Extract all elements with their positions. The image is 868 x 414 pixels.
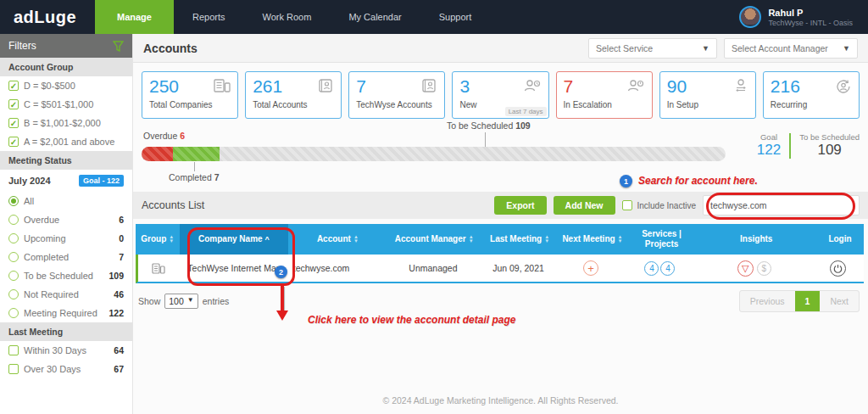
- checkbox-icon: [8, 364, 19, 374]
- radio-meeting-required[interactable]: Meeting Required 122: [0, 304, 132, 322]
- card-total-companies[interactable]: 250 Total Companies: [142, 71, 238, 119]
- user-subtitle: TechWyse - INTL - Oasis: [768, 19, 853, 27]
- count: 122: [108, 308, 124, 318]
- filter-within-30-days[interactable]: Within 30 Days 64: [0, 341, 132, 360]
- col-next-meeting[interactable]: Next Meeting▲▼: [558, 224, 627, 255]
- radio-label: Completed: [24, 252, 69, 262]
- radio-upcoming[interactable]: Upcoming 0: [0, 229, 132, 248]
- filter-label: Over 30 Days: [24, 364, 81, 374]
- radio-overdue[interactable]: Overdue 6: [0, 210, 132, 229]
- table-row[interactable]: TechWyse Internet Mar techwyse.com Unman…: [136, 255, 864, 283]
- nav-item-support[interactable]: Support: [420, 0, 491, 34]
- section-last-meeting: Last Meeting: [0, 322, 132, 341]
- checkbox-checked-icon: ✓: [8, 118, 19, 128]
- checkbox-icon: [8, 345, 19, 355]
- last-7-days-badge: Last 7 days: [505, 107, 547, 116]
- account-manager-cell: Unmanaged: [386, 261, 480, 275]
- tbs-pointer-line: [485, 132, 486, 147]
- filter-over-30-days[interactable]: Over 30 Days 67: [0, 360, 132, 378]
- select-account-manager-dropdown[interactable]: Select Account Manager ▼: [724, 38, 858, 59]
- col-group[interactable]: Group▲▼: [136, 224, 180, 255]
- count: 7: [119, 252, 124, 262]
- user-profile[interactable]: Rahul P TechWyse - INTL - Oasis: [739, 0, 868, 34]
- filters-sidebar: Filters Account Group ✓ D = $0-$500 ✓ C …: [0, 34, 133, 414]
- radio-to-be-scheduled[interactable]: To be Scheduled 109: [0, 266, 132, 285]
- chevron-down-icon: ▼: [187, 296, 194, 306]
- last-meeting-cell: Jun 09, 2021: [481, 261, 557, 275]
- stat-label: TechWyse Accounts: [356, 100, 437, 109]
- col-insights[interactable]: Insights: [696, 224, 816, 255]
- select-service-dropdown[interactable]: Select Service ▼: [588, 38, 717, 59]
- goal-badge: Goal - 122: [79, 175, 124, 187]
- person-clock-icon: [523, 78, 542, 93]
- trend-down-icon[interactable]: ▽: [737, 260, 754, 277]
- card-in-setup[interactable]: 90 In Setup: [659, 71, 756, 119]
- add-new-button[interactable]: Add New: [554, 196, 615, 215]
- col-account-manager[interactable]: Account Manager▲▼: [387, 224, 481, 255]
- annotation-step1-text: Search for account here.: [638, 175, 758, 187]
- entries-per-page-select[interactable]: 100▼: [164, 294, 198, 309]
- power-login-icon[interactable]: [830, 260, 846, 277]
- radio-label: Overdue: [24, 215, 59, 225]
- filter-group-d[interactable]: ✓ D = $0-$500: [0, 76, 132, 95]
- card-recurring[interactable]: 216 Recurring: [763, 71, 860, 119]
- account-cell[interactable]: techwyse.com: [288, 261, 387, 275]
- col-services-projects[interactable]: Services | Projects: [627, 224, 697, 255]
- filter-group-b[interactable]: ✓ B = $1,001-$2,000: [0, 114, 132, 132]
- overdue-label: Overdue 6: [143, 131, 185, 141]
- filter-group-a[interactable]: ✓ A = $2,001 and above: [0, 132, 132, 151]
- include-inactive-label: Include Inactive: [637, 201, 697, 210]
- annotation-step2-text: Click here to view the acconunt detail p…: [308, 314, 515, 326]
- main-content: Accounts Select Service ▼ Select Account…: [133, 34, 868, 414]
- page-1-button[interactable]: 1: [795, 291, 821, 311]
- filter-funnel-icon[interactable]: [113, 41, 124, 52]
- filter-label: Within 30 Days: [24, 345, 86, 355]
- services-count-badge[interactable]: 4: [644, 261, 659, 276]
- companies-icon: [214, 78, 231, 93]
- col-account[interactable]: Account▲▼: [288, 224, 387, 255]
- col-company-name[interactable]: Company Name^: [180, 224, 289, 255]
- select-account-manager-value: Select Account Manager: [732, 43, 828, 53]
- radio-all[interactable]: All: [0, 192, 132, 210]
- login-cell: [814, 259, 861, 278]
- nav-item-reports[interactable]: Reports: [174, 0, 244, 34]
- accounts-list-title: Accounts List: [142, 199, 487, 211]
- company-name-cell[interactable]: TechWyse Internet Mar: [179, 261, 287, 275]
- insights-cell: ▽ $: [694, 259, 814, 278]
- card-new[interactable]: 3 New Last 7 days: [452, 71, 548, 119]
- export-button[interactable]: Export: [494, 196, 546, 215]
- account-search-input[interactable]: [703, 195, 860, 215]
- entries-label: entries: [203, 296, 230, 306]
- adluge-logo[interactable]: adLuge: [0, 0, 95, 34]
- filter-group-c[interactable]: ✓ C = $501-$1,000: [0, 95, 132, 114]
- card-total-accounts[interactable]: 261 Total Accounts: [245, 71, 342, 119]
- projects-count-badge[interactable]: 4: [660, 261, 675, 276]
- radio-label: All: [24, 196, 34, 206]
- col-last-meeting[interactable]: Last Meeting▲▼: [481, 224, 558, 255]
- radio-icon: [8, 308, 19, 318]
- page-title: Accounts: [143, 42, 581, 55]
- radio-not-required[interactable]: Not Required 46: [0, 285, 132, 304]
- nav-item-work-room[interactable]: Work Room: [244, 0, 331, 34]
- chevron-down-icon: ▼: [702, 44, 709, 53]
- add-meeting-icon[interactable]: +: [583, 260, 598, 276]
- next-page-button[interactable]: Next: [820, 291, 859, 311]
- radio-completed[interactable]: Completed 7: [0, 248, 132, 266]
- dollar-icon[interactable]: $: [757, 261, 771, 276]
- chevron-down-icon: ▼: [843, 44, 850, 53]
- include-inactive-toggle[interactable]: Include Inactive: [622, 200, 697, 210]
- group-cell: [138, 260, 179, 277]
- nav-item-my-calendar[interactable]: My Calendar: [330, 0, 420, 34]
- card-in-escalation[interactable]: 7 In Escalation: [556, 71, 653, 119]
- to-be-scheduled-label: To be Scheduled 109: [447, 120, 531, 131]
- card-techwyse-accounts[interactable]: 7 TechWyse Accounts: [348, 71, 445, 119]
- sort-icon: ▲▼: [544, 235, 549, 243]
- col-login[interactable]: Login: [816, 224, 864, 255]
- filter-label: A = $2,001 and above: [24, 137, 114, 147]
- filters-title: Filters: [8, 40, 36, 52]
- filter-label: D = $0-$500: [24, 81, 75, 91]
- nav-item-manage[interactable]: Manage: [95, 0, 174, 34]
- sort-icon: ▲▼: [353, 235, 359, 243]
- count: 64: [114, 345, 124, 355]
- previous-page-button[interactable]: Previous: [740, 291, 795, 311]
